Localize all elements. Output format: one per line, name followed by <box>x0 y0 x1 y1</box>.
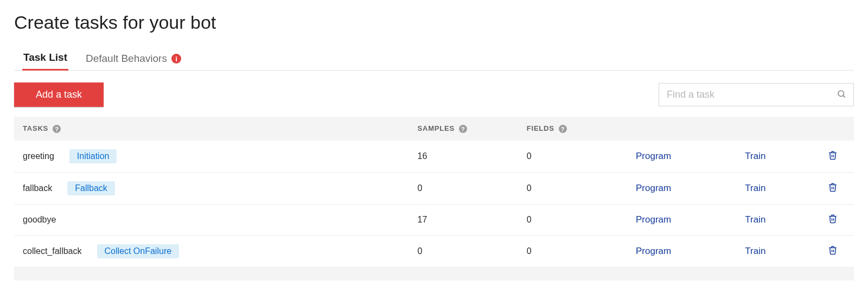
column-header-samples-label: Samples <box>418 124 455 132</box>
tab-default-behaviors-label: Default Behaviors <box>86 53 167 65</box>
task-name[interactable]: fallback <box>23 183 52 193</box>
program-link[interactable]: Program <box>636 183 671 193</box>
trash-icon[interactable] <box>828 182 838 193</box>
trash-icon[interactable] <box>828 150 838 161</box>
program-link[interactable]: Program <box>636 151 671 161</box>
svg-line-1 <box>843 96 845 97</box>
task-samples: 0 <box>409 173 518 205</box>
task-fields: 0 <box>518 236 627 268</box>
task-samples: 17 <box>409 205 518 236</box>
task-tag: Collect OnFailure <box>97 244 180 258</box>
column-header-tasks: Tasks ? <box>14 117 409 141</box>
task-fields: 0 <box>518 141 627 173</box>
table-row: greeting Initiation 16 0 Program Train <box>14 141 854 173</box>
table-row: fallback Fallback 0 0 Program Train <box>14 173 854 205</box>
task-samples: 0 <box>409 236 518 268</box>
info-icon: i <box>171 54 181 63</box>
page-title: Create tasks for your bot <box>14 12 854 33</box>
help-icon[interactable]: ? <box>559 125 567 133</box>
train-link[interactable]: Train <box>745 246 765 256</box>
help-icon[interactable]: ? <box>459 125 467 133</box>
toolbar: Add a task <box>14 82 854 107</box>
program-link[interactable]: Program <box>636 214 671 225</box>
task-name[interactable]: collect_fallback <box>23 246 82 256</box>
task-tag: Fallback <box>67 181 115 195</box>
column-header-fields-label: Fields <box>527 124 554 132</box>
column-header-samples: Samples ? <box>409 117 518 141</box>
task-name[interactable]: goodbye <box>23 215 56 225</box>
search-icon <box>837 89 846 101</box>
search-input[interactable] <box>659 83 854 106</box>
trash-icon[interactable] <box>828 213 838 224</box>
svg-point-0 <box>838 91 844 97</box>
table-footer <box>14 268 854 281</box>
help-icon[interactable]: ? <box>53 125 61 133</box>
train-link[interactable]: Train <box>745 214 765 225</box>
tab-default-behaviors[interactable]: Default Behaviors i <box>85 49 182 70</box>
task-fields: 0 <box>518 205 627 236</box>
task-tag: Initiation <box>69 149 117 163</box>
column-header-tasks-label: Tasks <box>23 124 48 132</box>
column-header-fields: Fields ? <box>518 117 627 141</box>
task-fields: 0 <box>518 173 627 205</box>
trash-icon[interactable] <box>828 245 838 256</box>
tab-strip: Task List Default Behaviors i <box>14 48 854 71</box>
tab-task-list[interactable]: Task List <box>22 48 68 71</box>
table-row: goodbye 17 0 Program Train <box>14 205 854 236</box>
task-samples: 16 <box>409 141 518 173</box>
search-wrap <box>659 83 854 106</box>
task-name[interactable]: greeting <box>23 151 54 161</box>
train-link[interactable]: Train <box>745 151 765 161</box>
tasks-table: Tasks ? Samples ? Fields ? greeting Init… <box>14 117 854 281</box>
table-row: collect_fallback Collect OnFailure 0 0 P… <box>14 236 854 268</box>
program-link[interactable]: Program <box>636 246 671 256</box>
train-link[interactable]: Train <box>745 183 765 193</box>
add-task-button[interactable]: Add a task <box>14 82 104 107</box>
